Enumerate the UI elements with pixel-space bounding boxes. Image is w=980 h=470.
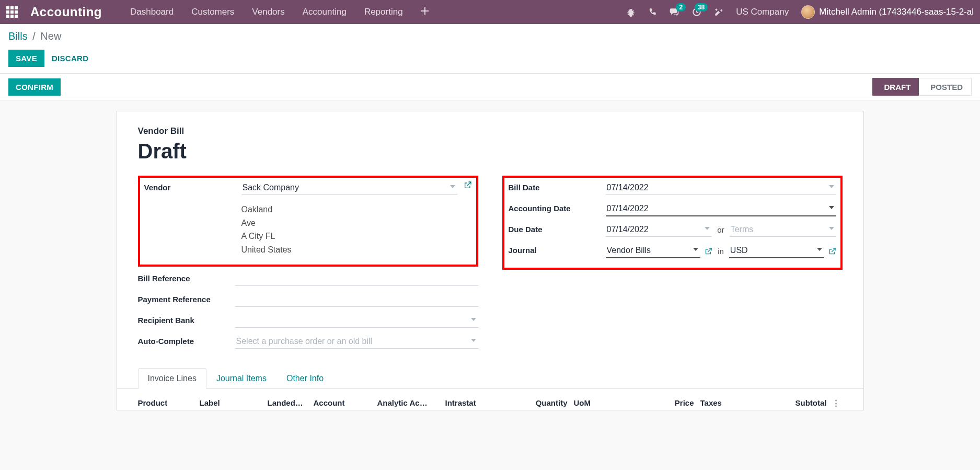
- bill-type-label: Vendor Bill: [138, 126, 843, 136]
- journal-label: Journal: [509, 244, 606, 255]
- bill-reference-input[interactable]: [235, 272, 478, 286]
- accounting-date-input[interactable]: [606, 202, 836, 216]
- col-intrastat[interactable]: Intrastat: [445, 398, 523, 408]
- col-uom[interactable]: UoM: [574, 398, 664, 408]
- payment-reference-label: Payment Reference: [138, 293, 235, 304]
- company-switcher[interactable]: US Company: [736, 7, 789, 17]
- activity-badge: 38: [695, 3, 708, 12]
- main-menu: Dashboard Customers Vendors Accounting R…: [130, 7, 429, 17]
- external-link-icon[interactable]: [828, 247, 836, 255]
- col-analytic[interactable]: Analytic Ac…: [377, 398, 445, 408]
- discard-button[interactable]: DISCARD: [52, 54, 88, 63]
- user-menu[interactable]: Mitchell Admin (17433446-saas-15-2-al: [801, 5, 974, 19]
- menu-dashboard[interactable]: Dashboard: [130, 7, 174, 17]
- avatar: [801, 5, 815, 19]
- vendor-address: Oakland Ave A City FL United States: [241, 203, 472, 256]
- col-price[interactable]: Price: [664, 398, 700, 408]
- col-subtotal[interactable]: Subtotal: [792, 398, 832, 408]
- column-options-icon[interactable]: ⋮: [832, 398, 843, 408]
- bill-reference-label: Bill Reference: [138, 272, 235, 283]
- terms-input[interactable]: [730, 223, 836, 237]
- invoice-lines-table: Product Label Landed… Account Analytic A…: [117, 389, 863, 410]
- activity-icon[interactable]: 38: [692, 7, 701, 17]
- menu-customers[interactable]: Customers: [191, 7, 234, 17]
- main-navbar: Accounting Dashboard Customers Vendors A…: [0, 0, 980, 24]
- currency-input[interactable]: [729, 244, 824, 258]
- breadcrumb-current: New: [40, 30, 61, 42]
- tools-icon[interactable]: [714, 7, 723, 17]
- table-header: Product Label Landed… Account Analytic A…: [138, 394, 843, 410]
- chat-badge: 2: [676, 3, 686, 12]
- notebook-tabs: Invoice Lines Journal Items Other Info: [117, 368, 863, 389]
- autocomplete-input[interactable]: [235, 335, 478, 349]
- status-posted[interactable]: POSTED: [919, 78, 972, 96]
- tab-other-info[interactable]: Other Info: [276, 368, 333, 389]
- app-brand[interactable]: Accounting: [30, 5, 102, 19]
- tab-journal-items[interactable]: Journal Items: [206, 368, 276, 389]
- bug-icon[interactable]: [626, 7, 636, 17]
- col-product[interactable]: Product: [138, 398, 200, 408]
- vendor-highlight-box: Vendor: [138, 176, 478, 267]
- menu-accounting[interactable]: Accounting: [303, 7, 347, 17]
- external-link-icon[interactable]: [705, 247, 712, 255]
- autocomplete-label: Auto-Complete: [138, 335, 235, 346]
- accounting-date-label: Accounting Date: [509, 202, 606, 213]
- status-bar: CONFIRM DRAFT POSTED: [0, 74, 980, 100]
- form-sheet: Vendor Bill Draft Vendor: [117, 111, 864, 410]
- apps-icon[interactable]: [6, 6, 18, 18]
- due-date-label: Due Date: [509, 223, 606, 234]
- recipient-bank-input[interactable]: [235, 314, 478, 328]
- payment-reference-input[interactable]: [235, 293, 478, 307]
- col-taxes[interactable]: Taxes: [700, 398, 792, 408]
- bill-date-input[interactable]: [606, 181, 836, 195]
- in-text: in: [718, 247, 724, 256]
- bill-date-label: Bill Date: [509, 181, 606, 192]
- navbar-right: 2 38 US Company Mitchell Admin (17433446…: [626, 5, 974, 19]
- col-label[interactable]: Label: [200, 398, 268, 408]
- vendor-label: Vendor: [144, 181, 241, 192]
- menu-reporting[interactable]: Reporting: [364, 7, 403, 17]
- breadcrumb: Bills / New: [8, 30, 972, 42]
- or-text: or: [717, 225, 724, 234]
- tab-invoice-lines[interactable]: Invoice Lines: [138, 368, 206, 389]
- recipient-bank-label: Recipient Bank: [138, 314, 235, 325]
- phone-icon[interactable]: [648, 8, 656, 16]
- dates-highlight-box: Bill Date Accounting Date: [502, 176, 843, 270]
- vendor-input[interactable]: [241, 181, 457, 195]
- chat-icon[interactable]: 2: [669, 7, 679, 17]
- due-date-input[interactable]: [606, 223, 712, 237]
- col-account[interactable]: Account: [314, 398, 377, 408]
- confirm-button[interactable]: CONFIRM: [8, 78, 61, 96]
- user-name: Mitchell Admin (17433446-saas-15-2-al: [819, 7, 974, 17]
- journal-input[interactable]: [606, 244, 701, 258]
- save-button[interactable]: SAVE: [8, 50, 44, 67]
- menu-vendors[interactable]: Vendors: [252, 7, 284, 17]
- col-quantity[interactable]: Quantity: [523, 398, 574, 408]
- col-landed[interactable]: Landed…: [268, 398, 314, 408]
- control-panel: Bills / New SAVE DISCARD: [0, 24, 980, 74]
- external-link-icon[interactable]: [464, 181, 472, 189]
- page-title: Draft: [138, 140, 843, 163]
- menu-add[interactable]: [421, 7, 429, 17]
- breadcrumb-bills[interactable]: Bills: [8, 30, 28, 42]
- breadcrumb-sep: /: [32, 30, 36, 42]
- status-draft[interactable]: DRAFT: [872, 78, 919, 96]
